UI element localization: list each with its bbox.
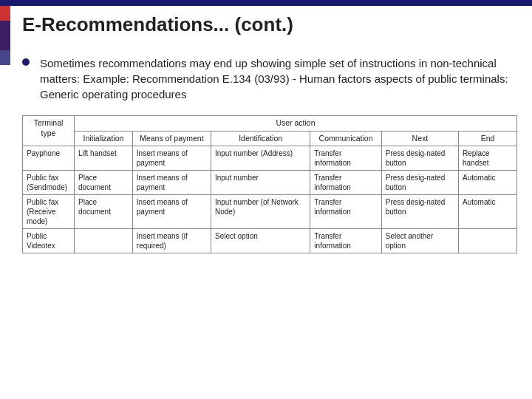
table-row: Public VideotexInsert means (if required… bbox=[23, 229, 517, 253]
table-cell-3-5: Select another option bbox=[381, 229, 458, 253]
table-cell-0-6: Replace handset bbox=[458, 146, 516, 171]
col-means-header: Means of payment bbox=[132, 131, 211, 146]
table-row: Public fax (Sendmode)Place documentInser… bbox=[23, 171, 517, 195]
table-row: PayphoneLift handsetInsert means of paym… bbox=[23, 146, 517, 171]
table-cell-0-1: Lift handset bbox=[75, 146, 133, 171]
left-accent-blue bbox=[0, 21, 10, 65]
col-user-action-header: User action bbox=[75, 116, 517, 132]
table-cell-3-0: Public Videotex bbox=[23, 229, 75, 253]
table-cell-3-3: Select option bbox=[211, 229, 310, 253]
table-cell-1-2: Insert means of payment bbox=[132, 171, 211, 195]
col-init-header: Initialization bbox=[75, 131, 133, 146]
recommendations-table: Terminal type User action Initialization… bbox=[22, 115, 517, 253]
bullet-dot bbox=[22, 58, 30, 66]
table-cell-1-6: Automatic bbox=[458, 171, 516, 195]
table-cell-2-4: Transfer information bbox=[310, 195, 381, 229]
table-body: PayphoneLift handsetInsert means of paym… bbox=[23, 146, 517, 253]
bullet-section: Sometimes recommendations may end up sho… bbox=[22, 55, 517, 102]
col-terminal-header: Terminal type bbox=[23, 116, 75, 146]
col-end-header: End bbox=[458, 131, 516, 146]
col-id-header: Identification bbox=[211, 131, 310, 146]
content-area: Sometimes recommendations may end up sho… bbox=[22, 55, 517, 253]
table-cell-2-6: Automatic bbox=[458, 195, 516, 229]
table-cell-3-2: Insert means (if required) bbox=[132, 229, 211, 253]
col-next-header: Next bbox=[381, 131, 458, 146]
table-cell-2-2: Insert means of payment bbox=[132, 195, 211, 229]
table-cell-1-1: Place document bbox=[75, 171, 133, 195]
table-cell-2-3: Input number (of Network Node) bbox=[211, 195, 310, 229]
table-cell-2-1: Place document bbox=[75, 195, 133, 229]
table-container: Terminal type User action Initialization… bbox=[22, 115, 517, 253]
table-cell-2-0: Public fax (Receive mode) bbox=[23, 195, 75, 229]
page-title: E-Recommendations... (cont.) bbox=[22, 13, 293, 36]
table-cell-0-5: Press desig-nated button bbox=[381, 146, 458, 171]
table-cell-0-4: Transfer information bbox=[310, 146, 381, 171]
table-header-row-sub: Initialization Means of payment Identifi… bbox=[23, 131, 517, 146]
col-comm-header: Communication bbox=[310, 131, 381, 146]
table-cell-3-1 bbox=[75, 229, 133, 253]
table-cell-0-3: Input number (Address) bbox=[211, 146, 310, 171]
table-cell-0-2: Insert means of payment bbox=[132, 146, 211, 171]
table-cell-0-0: Payphone bbox=[23, 146, 75, 171]
table-row: Public fax (Receive mode)Place documentI… bbox=[23, 195, 517, 229]
table-cell-1-5: Press desig-nated button bbox=[381, 171, 458, 195]
top-bar bbox=[0, 0, 532, 6]
table-cell-3-4: Transfer information bbox=[310, 229, 381, 253]
table-header-row-top: Terminal type User action bbox=[23, 116, 517, 132]
table-cell-3-6 bbox=[458, 229, 516, 253]
table-cell-2-5: Press desig-nated button bbox=[381, 195, 458, 229]
table-cell-1-4: Transfer information bbox=[310, 171, 381, 195]
table-cell-1-0: Public fax (Sendmode) bbox=[23, 171, 75, 195]
table-cell-1-3: Input number bbox=[211, 171, 310, 195]
bullet-text: Sometimes recommendations may end up sho… bbox=[40, 55, 517, 102]
